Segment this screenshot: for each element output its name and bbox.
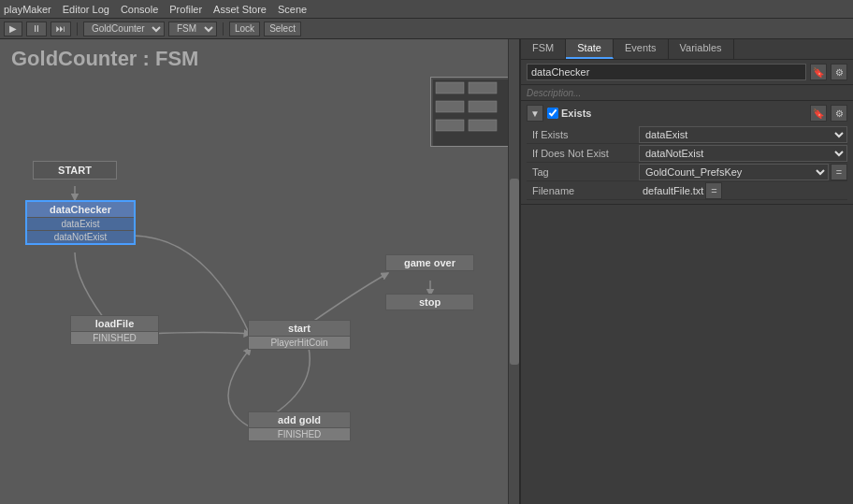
right-panel: FSM State Events Variables 🔖 ⚙ ▼ Exists [521,39,853,504]
tab-events[interactable]: Events [614,39,669,59]
prop-label-if-not-exist: If Does Not Exist [527,148,639,159]
prop-dropdown-tag[interactable]: GoldCount_PrefsKey [639,164,829,180]
fsm-title: GoldCounter : FSM [0,39,519,79]
action-expand-icon[interactable]: ▼ [527,105,543,122]
top-menu-bar: playMaker Editor Log Console Profiler As… [0,0,853,19]
tab-variables[interactable]: Variables [669,39,734,59]
state-title-datachecker: dataChecker [27,202,134,217]
state-node-addgold[interactable]: add gold FINISHED [248,411,351,441]
toolbar: ▶ ⏸ ⏭ GoldCounter FSM Lock Select [0,19,853,39]
description-input[interactable] [527,88,847,98]
menu-playmaker[interactable]: playMaker [4,4,51,15]
state-event-dataexist: dataExist [27,217,134,230]
state-event-finished-addgold: FINISHED [249,427,350,440]
action-header: ▼ Exists 🔖 ⚙ [527,105,847,122]
menu-editor-log[interactable]: Editor Log [63,4,109,15]
fsm-name-dropdown[interactable]: FSM [168,22,217,36]
action-bookmark-icon[interactable]: 🔖 [810,105,827,122]
tab-fsm[interactable]: FSM [521,39,566,59]
menu-asset-store[interactable]: Asset Store [213,4,267,15]
description-bar [521,85,853,101]
select-button[interactable]: Select [264,22,301,36]
prop-label-tag: Tag [527,166,639,178]
action-title: Exists [561,108,591,119]
svg-rect-2 [469,82,497,94]
prop-row-tag: Tag GoldCount_PrefsKey = [527,163,847,181]
toolbar-separator-2 [223,22,224,36]
tab-state[interactable]: State [566,39,614,59]
state-node-gameover[interactable]: game over [385,254,474,271]
prop-row-if-not-exist: If Does Not Exist dataNotExist [527,144,847,163]
menu-scene[interactable]: Scene [278,4,307,15]
state-title-loadfile: loadFile [71,316,158,331]
action-section: ▼ Exists 🔖 ⚙ If Exists dataExist [521,101,853,205]
fsm-object-dropdown[interactable]: GoldCounter [83,22,165,36]
prop-text-filename: defaultFile.txt [639,185,703,196]
state-title-addgold: add gold [249,412,350,427]
state-name-input[interactable] [527,64,806,80]
prop-row-if-exists: If Exists dataExist [527,125,847,144]
state-node-start[interactable]: start PlayerHitCoin [248,320,351,350]
action-enabled-checkbox[interactable]: Exists [547,108,591,119]
svg-rect-6 [469,120,497,131]
tag-eq-button[interactable]: = [831,164,847,180]
state-title-gameover: game over [386,255,473,270]
pause-button[interactable]: ⏸ [26,22,47,36]
action-settings-icon[interactable]: ⚙ [831,105,847,122]
scroll-thumb [510,179,519,365]
svg-rect-5 [436,120,464,131]
toolbar-separator [77,22,78,36]
prop-dropdown-if-exists[interactable]: dataExist [639,126,847,143]
prop-value-filename: defaultFile.txt = [639,182,847,199]
lock-button[interactable]: Lock [229,22,260,36]
state-title-stop: stop [386,295,473,310]
menu-profiler[interactable]: Profiler [169,4,202,15]
state-event-finished-loadfile: FINISHED [71,331,158,344]
fsm-panel[interactable]: GoldCounter : FSM [0,39,521,504]
mini-preview [430,77,510,147]
state-event-datanotexist: dataNotExist [27,230,134,243]
state-settings-icon[interactable]: ⚙ [831,64,847,80]
state-name-bar: 🔖 ⚙ [521,60,853,85]
action-checkbox-input[interactable] [547,108,558,119]
state-node-datachecker[interactable]: dataChecker dataExist dataNotExist [25,200,136,245]
svg-rect-4 [469,101,497,112]
main-area: GoldCounter : FSM [0,39,853,504]
prop-dropdown-if-not-exist[interactable]: dataNotExist [639,145,847,162]
prop-value-if-not-exist: dataNotExist [639,145,847,162]
svg-rect-3 [436,101,464,112]
menu-console[interactable]: Console [121,4,158,15]
state-event-playerhitcoin: PlayerHitCoin [249,336,350,349]
prop-value-if-exists: dataExist [639,126,847,143]
state-title-start: start [249,321,350,336]
prop-label-filename: Filename [527,185,639,196]
step-button[interactable]: ⏭ [51,22,71,36]
svg-rect-1 [436,82,464,94]
state-node-loadfile[interactable]: loadFile FINISHED [70,315,159,345]
fsm-scrollbar[interactable] [508,39,519,504]
prop-value-tag: GoldCount_PrefsKey = [639,164,847,180]
filename-eq-button[interactable]: = [705,182,722,199]
prop-row-filename: Filename defaultFile.txt = [527,181,847,200]
play-button[interactable]: ▶ [4,22,22,36]
right-tabs: FSM State Events Variables [521,39,853,60]
prop-label-if-exists: If Exists [527,129,639,140]
start-node[interactable]: START [33,161,117,180]
state-node-stop[interactable]: stop [385,294,474,310]
state-bookmark-icon[interactable]: 🔖 [810,64,827,80]
